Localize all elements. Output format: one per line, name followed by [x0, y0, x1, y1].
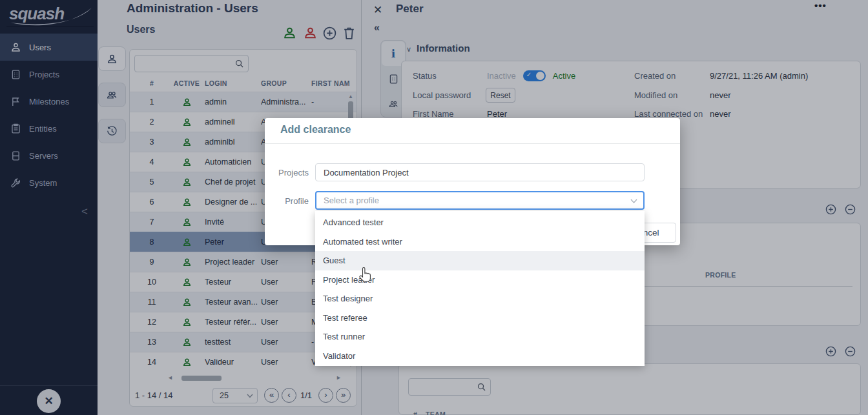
cursor-pointer-icon — [359, 267, 373, 283]
profile-option[interactable]: Validator — [315, 347, 645, 366]
chevron-down-icon — [630, 199, 637, 204]
profile-placeholder: Select a profile — [324, 196, 379, 205]
modal-title-divider — [265, 143, 680, 144]
profile-option[interactable]: Test runner — [315, 327, 645, 347]
profile-option[interactable]: Test designer — [315, 289, 645, 309]
profile-dropdown: Advanced tester Automated test writer Gu… — [315, 211, 645, 366]
profile-select[interactable]: Select a profile — [315, 191, 645, 210]
projects-input[interactable] — [324, 166, 634, 179]
app-screen: squash Users Projects Milestones — [0, 0, 868, 415]
modal-title: Add clearance — [280, 124, 351, 136]
profile-label: Profile — [265, 196, 309, 206]
profile-option[interactable]: Advanced tester — [315, 213, 645, 232]
projects-field[interactable] — [315, 163, 645, 181]
projects-label: Projects — [265, 168, 309, 177]
profile-option[interactable]: Test referee — [315, 309, 645, 328]
profile-option[interactable]: Automated test writer — [315, 232, 645, 252]
